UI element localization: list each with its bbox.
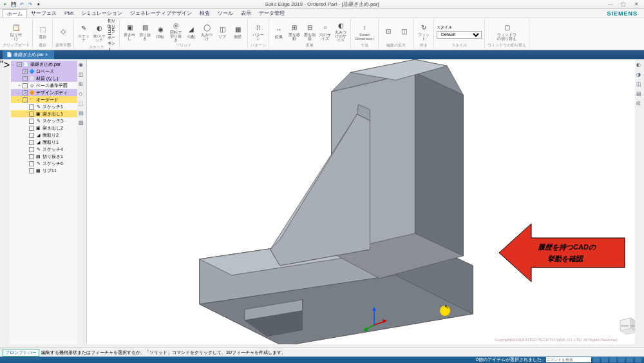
redo-icon[interactable]: ↷ <box>26 1 34 8</box>
tab-generative[interactable]: ジェネレーティブデザイン <box>126 9 196 17</box>
bb-btn-5[interactable] <box>627 357 633 362</box>
tab-data[interactable]: データ管理 <box>255 9 289 17</box>
expand-icon[interactable]: − <box>12 63 17 66</box>
checkbox[interactable] <box>29 168 34 173</box>
bb-btn-4[interactable] <box>618 357 625 362</box>
tree-item[interactable]: ▤切り抜き1 <box>11 153 85 160</box>
checkbox[interactable] <box>23 97 28 103</box>
checkbox[interactable]: ✓ <box>17 62 22 67</box>
checkbox[interactable]: ✓ <box>23 69 28 74</box>
tree-item[interactable]: −✓🔶デザインボディ <box>11 89 85 96</box>
minimize-button[interactable]: — <box>605 1 616 8</box>
tree-item[interactable]: ＋◇ベース基準平面 <box>11 82 85 89</box>
tree-item[interactable]: ▣突き出し1 <box>11 110 85 117</box>
3dsketch-button[interactable]: ◐3Dスケッチ <box>92 22 106 43</box>
lt-tool-6[interactable]: ▤ <box>79 110 86 117</box>
delete-face-button[interactable]: ⊟面を削除 <box>303 21 317 42</box>
extrude-button[interactable]: ▣突き出し <box>122 21 137 42</box>
document-tab[interactable]: 📄 基継ぎ止め.par × <box>3 50 54 59</box>
revolve-button[interactable]: ◉回転 <box>153 21 167 42</box>
tab-pmi[interactable]: PMI <box>61 9 77 17</box>
tab-view[interactable]: 表示 <box>237 9 255 17</box>
checkbox[interactable] <box>23 76 28 81</box>
rt-tool-1[interactable]: ◐ <box>636 62 643 69</box>
checkbox[interactable] <box>29 126 34 131</box>
close-tab-icon[interactable]: × <box>45 52 48 57</box>
thin-wall-button[interactable]: ▦側壁 <box>231 21 245 42</box>
checkbox[interactable] <box>29 161 34 166</box>
checkbox[interactable] <box>29 112 34 117</box>
cutout-button[interactable]: ▤切り抜き <box>138 21 152 42</box>
hole-size-button[interactable]: ○穴のサイズ <box>318 21 332 42</box>
tree-item[interactable]: −✓📄基継ぎ止め.par <box>11 61 85 68</box>
zoom-extents-button[interactable]: ⊡ <box>381 21 395 42</box>
checkbox[interactable] <box>29 104 34 110</box>
mirror-button[interactable]: ↔鏡像 <box>272 21 286 42</box>
draft-button[interactable]: ◢勾配 <box>184 21 198 42</box>
tree-item[interactable]: ✎スケッチ3 <box>11 117 85 124</box>
save-icon[interactable]: 💾 <box>10 1 17 8</box>
tree-item[interactable]: ▦リブ11 <box>11 167 85 174</box>
window-switch-button[interactable]: ▢ウィンドウの切り替え <box>497 21 517 42</box>
tab-tools[interactable]: ツール <box>214 9 237 17</box>
checkbox[interactable] <box>29 140 34 145</box>
paste-button[interactable]: 📋貼り付け <box>9 21 23 42</box>
expand-icon[interactable]: ＋ <box>17 83 23 88</box>
maximize-button[interactable]: ▢ <box>618 1 629 8</box>
style-select[interactable]: Default <box>437 31 482 39</box>
close-button[interactable]: ✕ <box>630 1 642 8</box>
bb-btn-2[interactable] <box>601 357 608 362</box>
expand-icon[interactable]: − <box>17 98 23 102</box>
rib-button[interactable]: ◫リブ <box>215 21 229 42</box>
fit-button[interactable]: ↻フィット <box>417 21 431 42</box>
tree-item[interactable]: ✓🔷ロベース <box>11 68 85 75</box>
undo-icon[interactable]: ↶ <box>18 1 26 8</box>
sketch-button[interactable]: ✎スケッチ <box>77 22 91 43</box>
tree-item[interactable]: ◢面取り1 <box>11 139 85 146</box>
bb-btn-1[interactable] <box>593 357 600 362</box>
lt-tool-5[interactable]: ⬚ <box>79 101 86 108</box>
tree-item[interactable]: ▣突き出し2 <box>11 124 85 132</box>
select-button[interactable]: ⬚選択 <box>35 21 50 42</box>
bb-btn-6[interactable] <box>635 357 641 362</box>
checkbox[interactable] <box>29 133 34 138</box>
move-face-button[interactable]: ⊞面を移動 <box>287 21 301 42</box>
zoom-area-button[interactable]: ◫ <box>397 21 411 42</box>
lt-tool-2[interactable]: ◫ <box>79 72 86 79</box>
tab-inspect[interactable]: 検査 <box>196 9 214 17</box>
command-search-input[interactable] <box>546 357 591 362</box>
lt-tool-1[interactable]: ◉ <box>79 62 86 69</box>
revolve-cut-button[interactable]: ◎回転で切り抜き <box>169 21 183 42</box>
bb-btn-3[interactable] <box>610 357 616 362</box>
checkbox[interactable] <box>23 83 28 88</box>
tree-item[interactable]: ✎スケッチ1 <box>11 103 85 110</box>
lt-tool-4[interactable]: ◇ <box>79 91 86 98</box>
component-button[interactable]: コンポーネント <box>108 37 117 44</box>
tree-item[interactable]: ◢面取り2 <box>11 132 85 139</box>
tab-simulation[interactable]: シミュレーション <box>77 9 126 17</box>
lt-tool-3[interactable]: ⊞ <box>79 81 86 88</box>
tree-item[interactable]: −📁オーダード <box>11 96 85 103</box>
checkbox[interactable] <box>29 119 34 124</box>
round-size-button[interactable]: ◐丸みづけのサイズ <box>334 21 348 42</box>
feature-tree[interactable]: −✓📄基継ぎ止め.par✓🔷ロベース⚪材質 (なし)＋◇ベース基準平面−✓🔶デザ… <box>10 59 86 175</box>
rt-tool-4[interactable]: ▤ <box>636 91 643 98</box>
lt-tool-7[interactable]: ▧ <box>79 120 86 127</box>
smart-dimension-button[interactable]: ↕Smart Dimension <box>354 21 375 42</box>
rt-tool-3[interactable]: ◫ <box>636 81 643 88</box>
checkbox[interactable]: ✓ <box>23 90 28 95</box>
expand-icon[interactable]: − <box>17 91 23 95</box>
tree-item[interactable]: ⚪材質 (なし) <box>11 75 85 82</box>
rt-tool-5[interactable]: ⊡ <box>636 101 643 108</box>
pattern-button[interactable]: ⁞⁞パターン <box>251 21 265 42</box>
tree-item[interactable]: ✎スケッチ4 <box>11 146 85 153</box>
tab-surface[interactable]: サーフェス <box>27 9 61 17</box>
round-button[interactable]: ◯丸みづけ <box>200 21 214 42</box>
tab-home[interactable]: ホーム <box>3 9 27 17</box>
checkbox[interactable] <box>29 147 34 152</box>
3d-viewport[interactable]: ↖ 履歴を持つCADの 挙動を確認 FRONT RIGHT Copyright(… <box>87 59 644 344</box>
checkbox[interactable] <box>29 154 34 159</box>
app-icon[interactable]: ▾ <box>1 1 9 8</box>
tree-item[interactable]: ✎スケッチ6 <box>11 160 85 167</box>
qat-dropdown-icon[interactable]: ▾ <box>35 1 43 8</box>
